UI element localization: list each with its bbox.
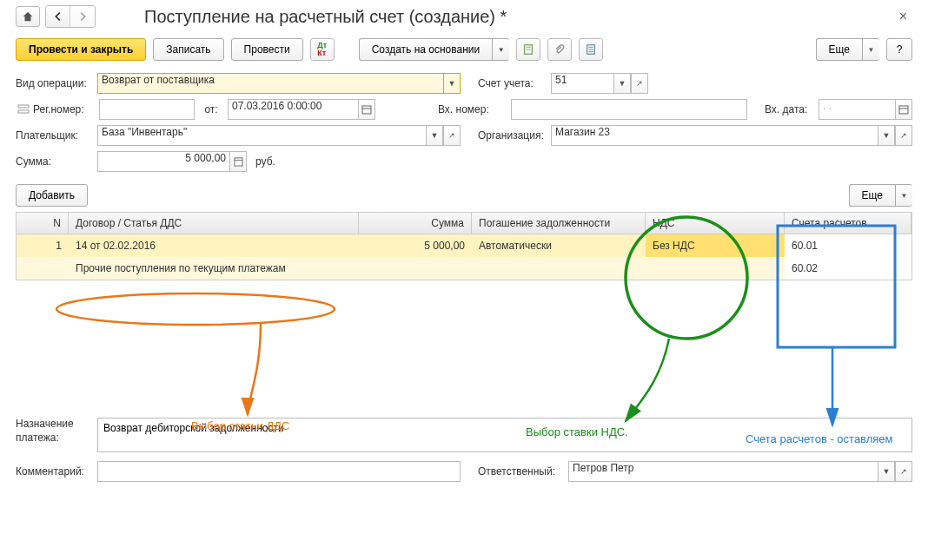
date-label: от:	[198, 103, 224, 115]
forward-button[interactable]	[70, 6, 95, 27]
attach-button[interactable]	[547, 38, 572, 61]
svg-rect-7	[18, 105, 29, 108]
table-more-dropdown[interactable]	[895, 184, 912, 207]
document-icon-button[interactable]	[516, 38, 540, 61]
cell-schet1[interactable]: 60.01	[785, 234, 911, 257]
document-icon	[522, 43, 534, 56]
list-icon	[585, 43, 597, 56]
col-summa[interactable]: Сумма	[359, 213, 472, 234]
operation-type-label: Вид операции:	[16, 77, 94, 89]
table-more-button[interactable]: Еще	[849, 184, 895, 207]
org-open[interactable]: ↗	[895, 125, 912, 146]
svg-rect-8	[18, 110, 29, 113]
close-button[interactable]: ×	[894, 9, 912, 24]
purpose-label: Назначение платежа:	[16, 418, 94, 445]
cell-summa[interactable]: 5 000,00	[359, 234, 472, 257]
cell-n: 1	[17, 234, 69, 257]
org-input[interactable]: Магазин 23	[551, 125, 878, 146]
arrow-left-icon	[52, 10, 64, 23]
save-button[interactable]: Записать	[153, 38, 223, 61]
payer-label: Плательщик:	[16, 129, 94, 142]
col-n[interactable]: N	[17, 213, 69, 234]
sum-label: Сумма:	[16, 155, 94, 168]
svg-rect-9	[362, 106, 371, 114]
table-row[interactable]: Прочие поступления по текущим платежам 6…	[17, 257, 911, 280]
responsible-label: Ответственный:	[478, 465, 565, 478]
more-button[interactable]: Еще	[816, 38, 862, 61]
account-open[interactable]: ↗	[631, 73, 648, 94]
reg-no-label: Рег.номер:	[33, 103, 96, 115]
annotation-scheta: Счета расчетов - оставляем	[746, 432, 893, 445]
cell-pogash[interactable]: Автоматически	[472, 234, 646, 257]
create-based-button[interactable]: Создать на основании	[359, 38, 493, 61]
in-no-input[interactable]	[511, 99, 747, 120]
dtkt-icon: ДтКт	[317, 42, 327, 57]
account-input[interactable]: 51	[551, 73, 613, 94]
operation-type-dropdown[interactable]: ▼	[443, 73, 461, 94]
annotation-dds: Выбор статьи ДДС	[191, 419, 289, 432]
nav-buttons	[45, 5, 96, 28]
arrow-right-icon	[76, 10, 89, 23]
fields-icon	[16, 102, 31, 116]
help-button[interactable]: ?	[886, 38, 912, 61]
in-date-input[interactable]: . .	[819, 99, 895, 120]
sum-currency: руб.	[255, 155, 275, 168]
post-button[interactable]: Провести	[231, 38, 303, 61]
responsible-dropdown[interactable]: ▼	[878, 461, 895, 482]
payments-table: N Договор / Статья ДДС Сумма Погашение з…	[16, 212, 912, 280]
sum-calc[interactable]	[229, 151, 247, 172]
account-dropdown[interactable]: ▼	[613, 73, 631, 94]
calculator-icon	[234, 157, 243, 167]
payer-dropdown[interactable]: ▼	[426, 125, 443, 146]
comment-input[interactable]	[97, 461, 461, 482]
payer-input[interactable]: База "Инвентарь"	[97, 125, 426, 146]
col-dogovor[interactable]: Договор / Статья ДДС	[69, 213, 359, 234]
in-date-label: Вх. дата:	[765, 103, 815, 115]
page-title: Поступление на расчетный счет (создание)…	[144, 7, 507, 27]
account-label: Счет учета:	[478, 77, 547, 89]
payer-open[interactable]: ↗	[443, 125, 461, 146]
create-based-dropdown[interactable]	[492, 38, 509, 61]
more-dropdown[interactable]	[862, 38, 879, 61]
cell-n2	[17, 257, 69, 280]
operation-type-input[interactable]: Возврат от поставщика	[97, 73, 443, 94]
cell-dds[interactable]: Прочие поступления по текущим платежам	[69, 257, 359, 280]
date-input[interactable]: 07.03.2016 0:00:00	[228, 99, 358, 120]
calendar-icon	[898, 104, 909, 115]
dtkt-button[interactable]: ДтКт	[310, 38, 335, 61]
date-picker[interactable]	[358, 99, 375, 120]
cell-schet2[interactable]: 60.02	[785, 257, 911, 280]
cell-nds[interactable]: Без НДС	[646, 234, 785, 257]
home-button[interactable]	[16, 6, 40, 27]
in-no-label: Вх. номер:	[438, 103, 507, 115]
col-nds[interactable]: НДС	[646, 213, 785, 234]
calendar-icon	[361, 104, 372, 115]
add-row-button[interactable]: Добавить	[16, 184, 88, 207]
org-label: Организация:	[478, 129, 547, 142]
svg-rect-13	[234, 157, 242, 165]
comment-label: Комментарий:	[16, 465, 94, 478]
post-and-close-button[interactable]: Провести и закрыть	[16, 38, 146, 61]
list-icon-button[interactable]	[579, 38, 603, 61]
in-date-picker[interactable]	[895, 99, 912, 120]
paperclip-icon	[553, 43, 566, 56]
col-scheta[interactable]: Счета расчетов	[785, 213, 911, 234]
cell-dogovor[interactable]: 14 от 02.02.2016	[69, 234, 359, 257]
svg-rect-11	[899, 106, 908, 114]
org-dropdown[interactable]: ▼	[878, 125, 895, 146]
annotation-nds: Выбор ставки НДС.	[526, 425, 628, 438]
reg-no-input[interactable]	[99, 99, 195, 120]
col-pogash[interactable]: Погашение задолженности	[472, 213, 646, 234]
responsible-input[interactable]: Петров Петр	[568, 461, 878, 482]
table-row[interactable]: 1 14 от 02.02.2016 5 000,00 Автоматическ…	[17, 234, 911, 257]
sum-input[interactable]: 5 000,00	[97, 151, 229, 172]
responsible-open[interactable]: ↗	[895, 461, 912, 482]
home-icon	[22, 10, 34, 23]
back-button[interactable]	[46, 6, 70, 27]
